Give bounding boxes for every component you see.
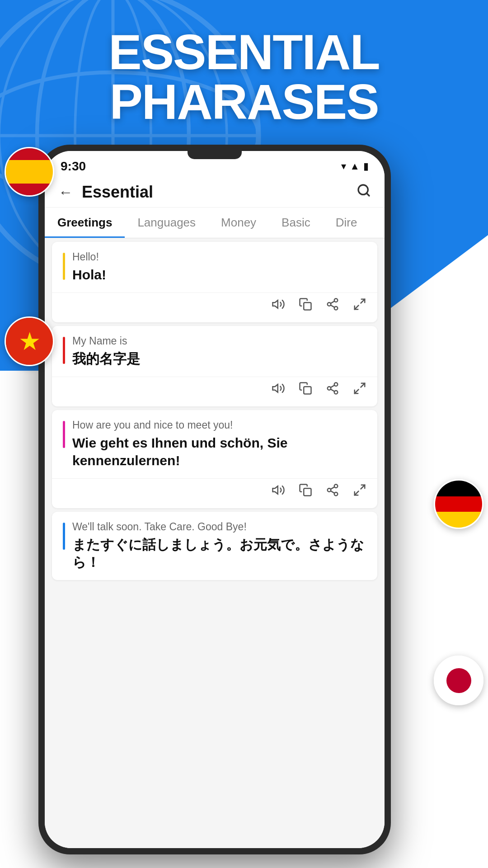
phrase-original-1: Hello! (72, 251, 366, 263)
share-button-2[interactable] (326, 382, 339, 398)
phrase-actions-3 (52, 478, 377, 508)
search-button[interactable] (357, 183, 371, 201)
battery-icon: ▮ (363, 160, 369, 172)
svg-line-35 (355, 491, 359, 495)
tab-money[interactable]: Money (208, 208, 269, 238)
phrase-actions-2 (52, 377, 377, 406)
signal-icon: ▲ (350, 160, 360, 172)
svg-marker-18 (273, 384, 278, 392)
svg-line-26 (355, 390, 359, 394)
wifi-icon: ▾ (341, 160, 346, 172)
expand-button-3[interactable] (353, 483, 366, 500)
phone-mockup: 9:30 ▾ ▲ ▮ ← Essential (38, 145, 391, 845)
copy-button-3[interactable] (299, 483, 312, 500)
tab-basic[interactable]: Basic (269, 208, 323, 238)
status-icons: ▾ ▲ ▮ (341, 160, 369, 172)
copy-button-2[interactable] (299, 382, 312, 398)
phrase-card-4: We'll talk soon. Take Care. Good Bye! また… (52, 512, 377, 580)
svg-marker-9 (273, 300, 278, 308)
phrase-translated-4: またすぐに話しましょう。お元気で。さようなら！ (72, 536, 366, 571)
phrase-text-4: We'll talk soon. Take Care. Good Bye! また… (72, 521, 366, 571)
expand-button-1[interactable] (353, 297, 366, 314)
sound-button-1[interactable] (272, 297, 285, 314)
phrase-text-1: Hello! Hola! (72, 251, 366, 283)
app-header: ← Essential (45, 177, 385, 208)
phrase-text-2: My Name is 我的名字是 (72, 335, 366, 368)
svg-rect-10 (304, 302, 311, 310)
spain-flag-sticker (5, 147, 54, 197)
phrase-card-1: Hello! Hola! (52, 242, 377, 322)
phrase-translated-3: Wie geht es Ihnen und schön, Sie kennenz… (72, 434, 366, 469)
svg-line-25 (361, 383, 365, 387)
sound-button-3[interactable] (272, 483, 285, 500)
phrase-original-3: How are you and nice to meet you! (72, 419, 366, 431)
phrase-card-3: How are you and nice to meet you! Wie ge… (52, 410, 377, 508)
phrase-bar-3 (63, 421, 65, 448)
svg-line-23 (331, 389, 335, 392)
copy-button-1[interactable] (299, 297, 312, 314)
japan-flag-sticker (434, 656, 483, 705)
phrase-text-3: How are you and nice to meet you! Wie ge… (72, 419, 366, 469)
page-title: ESSENTIAL PHARASES (0, 27, 488, 127)
expand-button-2[interactable] (353, 382, 366, 398)
svg-line-16 (361, 299, 365, 303)
svg-line-32 (331, 491, 335, 493)
svg-line-15 (331, 301, 335, 303)
phrase-bar-2 (63, 337, 65, 364)
share-button-3[interactable] (326, 483, 339, 500)
germany-flag-sticker (434, 479, 483, 529)
phrase-card-2: My Name is 我的名字是 (52, 326, 377, 406)
phrase-translated-1: Hola! (72, 266, 366, 283)
phrase-bar-4 (63, 523, 65, 550)
phrase-actions-1 (52, 292, 377, 322)
svg-line-34 (361, 485, 365, 489)
svg-line-33 (331, 487, 335, 489)
china-flag-sticker: ★ (5, 316, 54, 366)
phrase-translated-2: 我的名字是 (72, 350, 366, 368)
svg-line-14 (331, 305, 335, 307)
tab-dire[interactable]: Dire (323, 208, 370, 238)
tab-bar: Greetings Languages Money Basic Dire (45, 208, 385, 238)
sound-button-2[interactable] (272, 382, 285, 398)
app-title: Essential (82, 183, 357, 202)
svg-line-24 (331, 385, 335, 387)
tab-languages[interactable]: Languages (125, 208, 208, 238)
phrases-list: Hello! Hola! (45, 238, 385, 848)
back-button[interactable]: ← (58, 184, 73, 201)
title-section: ESSENTIAL PHARASES (0, 27, 488, 127)
share-button-1[interactable] (326, 297, 339, 314)
svg-marker-27 (273, 486, 278, 494)
status-time: 9:30 (61, 159, 86, 174)
svg-rect-19 (304, 387, 311, 394)
svg-rect-28 (304, 488, 311, 495)
tab-greetings[interactable]: Greetings (45, 208, 125, 238)
svg-line-17 (355, 306, 359, 310)
svg-line-8 (366, 193, 369, 196)
phrase-original-4: We'll talk soon. Take Care. Good Bye! (72, 521, 366, 533)
phrase-original-2: My Name is (72, 335, 366, 347)
phrase-bar-1 (63, 253, 65, 280)
